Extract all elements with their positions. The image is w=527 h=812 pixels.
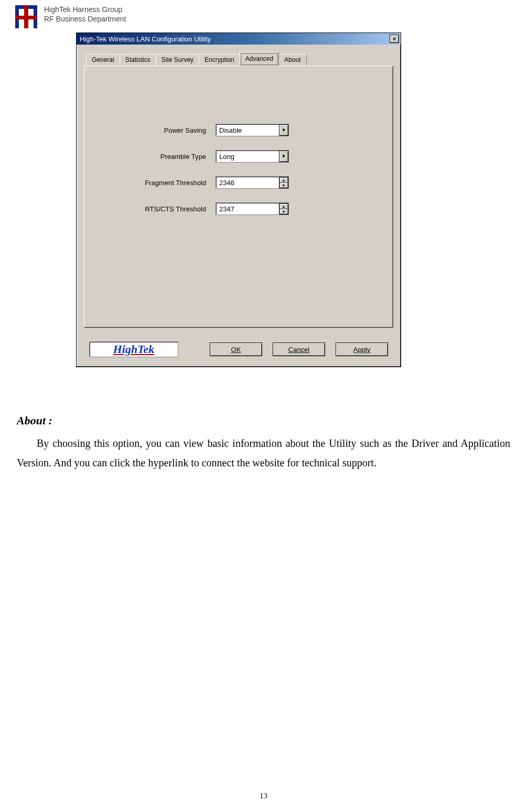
combo-value: Long — [216, 153, 279, 161]
spin-down-button[interactable]: ▼ — [279, 209, 288, 214]
close-icon: × — [393, 36, 396, 42]
spin-fragment-threshold[interactable]: 2346 ▲ ▼ — [216, 176, 289, 189]
department-name: RF Business Department — [44, 15, 126, 24]
spin-up-button[interactable]: ▲ — [279, 204, 288, 209]
combo-power-saving[interactable]: Disable ▼ — [216, 124, 289, 136]
button-label: OK — [231, 346, 241, 354]
row-preamble-type: Preamble Type Long ▼ — [105, 150, 367, 163]
dropdown-button[interactable]: ▼ — [279, 124, 288, 136]
spin-value: 2346 — [216, 179, 279, 187]
tab-general[interactable]: General — [86, 54, 120, 66]
ok-button[interactable]: OK — [210, 343, 262, 356]
tab-statistics[interactable]: Statistics — [120, 54, 156, 66]
dropdown-button[interactable]: ▼ — [279, 151, 288, 162]
label-fragment-threshold: Fragment Threshold — [105, 179, 216, 187]
tab-label: Statistics — [125, 56, 150, 63]
spin-up-button[interactable]: ▲ — [279, 177, 288, 183]
row-fragment-threshold: Fragment Threshold 2346 ▲ ▼ — [105, 176, 367, 189]
tab-about[interactable]: About — [278, 54, 306, 66]
chevron-down-icon: ▼ — [282, 184, 286, 187]
chevron-up-icon: ▲ — [282, 205, 286, 208]
section-paragraph: By choosing this option, you can view ba… — [17, 434, 510, 473]
tabstrip: General Statistics Site Survey Encryptio… — [86, 52, 393, 66]
page-number: 13 — [0, 792, 527, 800]
button-label: Apply — [353, 346, 371, 354]
chevron-down-icon: ▼ — [282, 210, 286, 213]
tab-site-survey[interactable]: Site Survey — [156, 54, 199, 66]
combo-value: Disable — [216, 126, 279, 134]
company-name: HighTek Harness Group — [44, 5, 126, 15]
tab-label: Site Survey — [162, 56, 193, 63]
chevron-down-icon: ▼ — [282, 127, 286, 133]
brand-text: HighTek — [113, 343, 155, 356]
tab-label: About — [284, 56, 300, 63]
label-preamble-type: Preamble Type — [105, 153, 216, 161]
config-utility-dialog: High-Tek Wireless LAN Configuration Util… — [76, 33, 401, 367]
label-rts-cts-threshold: RTS/CTS Threshold — [105, 205, 216, 213]
section-about: About : By choosing this option, you can… — [17, 410, 510, 473]
label-power-saving: Power Saving — [105, 126, 216, 134]
spin-value: 2347 — [216, 205, 279, 213]
spin-rts-cts-threshold[interactable]: 2347 ▲ ▼ — [216, 202, 289, 215]
chevron-down-icon: ▼ — [282, 154, 286, 159]
spin-buttons[interactable]: ▲ ▼ — [279, 203, 288, 215]
window-title: High-Tek Wireless LAN Configuration Util… — [80, 35, 211, 43]
row-rts-cts-threshold: RTS/CTS Threshold 2347 ▲ ▼ — [105, 202, 367, 215]
close-button[interactable]: × — [390, 35, 399, 43]
company-logo-icon — [14, 4, 39, 29]
cancel-button[interactable]: Cancel — [273, 343, 325, 356]
button-label: Cancel — [288, 346, 309, 354]
brand-logo[interactable]: HighTek — [89, 341, 178, 357]
doc-header-text: HighTek Harness Group RF Business Depart… — [44, 5, 126, 24]
spin-buttons[interactable]: ▲ ▼ — [279, 177, 288, 188]
dialog-button-row: HighTek OK Cancel Apply — [77, 341, 401, 357]
doc-header: HighTek Harness Group RF Business Depart… — [14, 4, 126, 29]
tabpanel-advanced: Power Saving Disable ▼ Preamble Type Lon… — [84, 66, 393, 328]
combo-preamble-type[interactable]: Long ▼ — [216, 150, 289, 163]
chevron-up-icon: ▲ — [282, 178, 286, 182]
tab-label: General — [92, 56, 114, 63]
tab-advanced[interactable]: Advanced — [240, 52, 279, 66]
apply-button[interactable]: Apply — [336, 343, 388, 356]
tab-label: Advanced — [245, 55, 273, 62]
titlebar[interactable]: High-Tek Wireless LAN Configuration Util… — [77, 33, 401, 45]
tab-encryption[interactable]: Encryption — [199, 54, 240, 66]
spin-down-button[interactable]: ▼ — [279, 183, 288, 188]
row-power-saving: Power Saving Disable ▼ — [105, 124, 367, 136]
tab-label: Encryption — [205, 56, 234, 63]
section-heading: About : — [17, 410, 510, 432]
